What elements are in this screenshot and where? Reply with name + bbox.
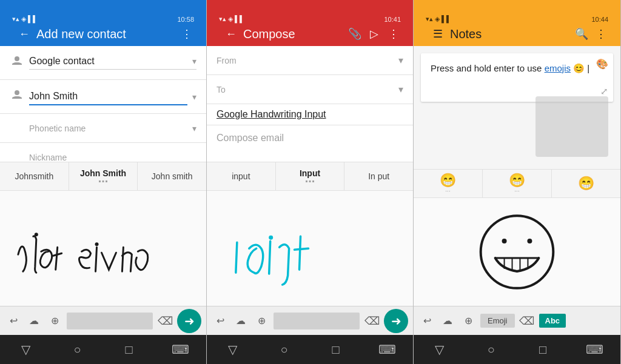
notes-nav-keyboard-icon[interactable]: ⌨ bbox=[583, 339, 605, 360]
account-row[interactable]: Google contact ▾ bbox=[0, 46, 206, 80]
panel-compose: ▾▴ ◈ ▌▌ 10:41 ← Compose 📎 ▷ ⋮ From ▾ To … bbox=[207, 0, 414, 364]
svg-point-7 bbox=[527, 239, 532, 243]
account-chevron-icon: ▾ bbox=[192, 56, 196, 66]
emoji-option-3[interactable]: 😁 bbox=[552, 170, 620, 197]
nickname-content: Nickname bbox=[29, 148, 196, 162]
suggestion-dots: ··· bbox=[98, 178, 109, 184]
nav-back-icon[interactable]: ▽ bbox=[15, 339, 37, 360]
note-expand-icon[interactable]: ⤢ bbox=[600, 86, 608, 97]
notes-more-button[interactable]: ⋮ bbox=[594, 27, 608, 41]
notes-globe-icon[interactable]: ⊕ bbox=[460, 313, 477, 329]
suggestion-input-cap[interactable]: Input ··· bbox=[276, 162, 345, 190]
compose-spacer-bar[interactable] bbox=[274, 313, 360, 329]
contacts-more-button[interactable]: ⋮ bbox=[180, 27, 194, 41]
emoji-1: 😁 bbox=[440, 173, 456, 188]
suggestion-johnsmith[interactable]: Johnsmith bbox=[0, 162, 69, 190]
account-content: Google contact ▾ bbox=[29, 56, 196, 70]
notes-nav-recent-icon[interactable]: □ bbox=[532, 339, 554, 360]
delete-icon[interactable]: ⌫ bbox=[156, 313, 173, 329]
contacts-time: 10:58 bbox=[177, 16, 194, 23]
compose-handwriting-area[interactable] bbox=[207, 191, 413, 306]
phonetic-expand-icon: ▾ bbox=[192, 124, 196, 133]
enter-button[interactable]: ➜ bbox=[177, 309, 201, 333]
emoji-3: 😁 bbox=[578, 176, 594, 191]
note-card[interactable]: Press and hold enter to use emojis 😊 | 🎨… bbox=[421, 53, 613, 102]
person-icon bbox=[10, 54, 29, 71]
compose-body[interactable]: Compose email bbox=[207, 125, 413, 162]
compose-status-icons: ▾▴ ◈ ▌▌ bbox=[219, 15, 244, 23]
account-value: Google contact bbox=[29, 56, 192, 67]
suggestion-john-smith-lower[interactable]: John smith bbox=[138, 162, 206, 190]
to-label: To bbox=[217, 85, 246, 94]
compose-time: 10:41 bbox=[384, 16, 401, 23]
notes-delete-icon[interactable]: ⌫ bbox=[519, 313, 535, 329]
contacts-keyboard-bar: ↩ ☁ ⊕ ⌫ ➜ bbox=[0, 306, 206, 335]
compose-placeholder: Compose email bbox=[217, 133, 284, 143]
handwriting-source-text: Google Handwriting Input bbox=[217, 109, 326, 120]
name-row[interactable]: ▾ bbox=[0, 80, 206, 114]
compose-delete-icon[interactable]: ⌫ bbox=[363, 313, 380, 329]
emoji-option-2[interactable]: 😁 ··· bbox=[483, 170, 552, 197]
phonetic-label: Phonetic name bbox=[29, 119, 187, 138]
name-input[interactable] bbox=[29, 88, 187, 105]
compose-nav-keyboard-icon[interactable]: ⌨ bbox=[377, 339, 398, 360]
notes-menu-button[interactable]: ☰ bbox=[431, 27, 445, 41]
notes-header: ▾▴ ◈ ▌▌ 10:44 ☰ Notes 🔍 ⋮ bbox=[414, 0, 620, 46]
svg-point-4 bbox=[269, 235, 273, 239]
compose-globe-icon[interactable]: ⊕ bbox=[253, 313, 270, 329]
suggestion-john-smith[interactable]: John Smith ··· bbox=[69, 162, 138, 190]
contacts-handwriting-area[interactable] bbox=[0, 191, 206, 306]
notes-emoji-suggestions: 😁 ··· 😁 ··· 😁 bbox=[414, 169, 620, 198]
compose-attach-icon[interactable]: 📎 bbox=[347, 27, 362, 41]
compose-enter-button[interactable]: ➜ bbox=[384, 309, 408, 333]
notes-search-button[interactable]: 🔍 bbox=[574, 27, 589, 41]
emoji-keyboard-button[interactable]: Emoji bbox=[480, 314, 515, 328]
abc-keyboard-button[interactable]: Abc bbox=[539, 314, 566, 328]
globe-icon[interactable]: ⊕ bbox=[46, 313, 63, 329]
compose-suggestions-bar: input Input ··· In put bbox=[207, 162, 413, 191]
notes-time: 10:44 bbox=[591, 16, 608, 23]
nav-home-icon[interactable]: ○ bbox=[67, 339, 89, 360]
compose-header: ▾▴ ◈ ▌▌ 10:41 ← Compose 📎 ▷ ⋮ bbox=[207, 0, 413, 46]
suggestion-input-lower[interactable]: input bbox=[207, 162, 276, 190]
suggestion-in-put[interactable]: In put bbox=[344, 162, 413, 190]
notes-handwriting-svg bbox=[414, 204, 620, 300]
emoji-option-1[interactable]: 😁 ··· bbox=[414, 170, 483, 197]
notes-nav-back-icon[interactable]: ▽ bbox=[429, 339, 451, 360]
from-row[interactable]: From ▾ bbox=[207, 46, 413, 75]
undo-icon[interactable]: ↩ bbox=[5, 313, 22, 329]
phonetic-row[interactable]: Phonetic name ▾ bbox=[0, 114, 206, 143]
note-emoji-inline: 😊 bbox=[573, 63, 585, 73]
to-row[interactable]: To ▾ bbox=[207, 75, 413, 104]
compose-send-button[interactable]: ▷ bbox=[367, 27, 381, 41]
compose-back-button[interactable]: ← bbox=[224, 27, 238, 41]
handwriting-source-row: Google Handwriting Input bbox=[207, 104, 413, 125]
contacts-header: ▾▴ ◈ ▌▌ 10:58 ← Add new contact ⋮ bbox=[0, 0, 206, 46]
svg-point-5 bbox=[481, 216, 554, 288]
compose-undo-icon[interactable]: ↩ bbox=[212, 313, 229, 329]
compose-nav-recent-icon[interactable]: □ bbox=[325, 339, 347, 360]
emoji-dots-1: ··· bbox=[445, 188, 450, 194]
notes-content-area: Press and hold enter to use emojis 😊 | 🎨… bbox=[414, 46, 620, 169]
suggestion-dots-2: ··· bbox=[305, 178, 315, 184]
notes-nav-home-icon[interactable]: ○ bbox=[480, 339, 502, 360]
compose-handwriting-svg bbox=[207, 191, 413, 306]
note-placeholder bbox=[535, 96, 608, 157]
note-palette-icon[interactable]: 🎨 bbox=[596, 58, 608, 70]
spacer-bar[interactable] bbox=[67, 313, 153, 329]
svg-point-0 bbox=[15, 56, 19, 61]
contacts-nav-bar: ▽ ○ □ ⌨ bbox=[0, 335, 206, 364]
compose-nav-back-icon[interactable]: ▽ bbox=[222, 339, 244, 360]
cloud-icon[interactable]: ☁ bbox=[25, 313, 42, 329]
nickname-row[interactable]: Nickname bbox=[0, 143, 206, 162]
notes-undo-icon[interactable]: ↩ bbox=[418, 313, 435, 329]
compose-nav-home-icon[interactable]: ○ bbox=[274, 339, 295, 360]
nav-recent-icon[interactable]: □ bbox=[118, 339, 140, 360]
contacts-content: Google contact ▾ ▾ Phonetic name ▾ bbox=[0, 46, 206, 162]
notes-handwriting-area[interactable] bbox=[414, 198, 620, 306]
notes-cloud-icon[interactable]: ☁ bbox=[439, 313, 456, 329]
contacts-back-button[interactable]: ← bbox=[17, 27, 32, 41]
compose-more-button[interactable]: ⋮ bbox=[386, 27, 401, 41]
nav-keyboard-icon[interactable]: ⌨ bbox=[170, 339, 192, 360]
compose-cloud-icon[interactable]: ☁ bbox=[232, 313, 249, 329]
